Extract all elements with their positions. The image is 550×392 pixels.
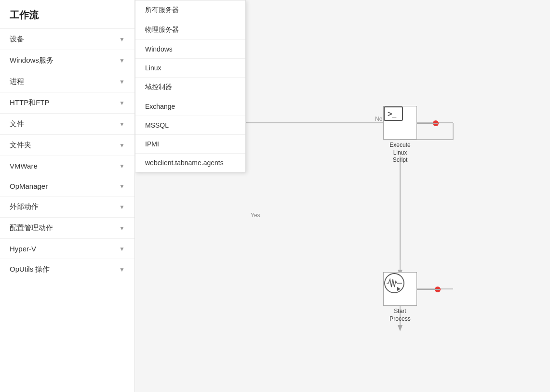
chevron-down-icon: ▼ — [119, 100, 125, 106]
chevron-down-icon: ▼ — [119, 163, 125, 170]
sidebar-item-label: 文件 — [10, 119, 24, 129]
dropdown-item-exchange[interactable]: Exchange — [135, 97, 245, 116]
chevron-down-icon: ▼ — [119, 57, 125, 64]
chevron-down-icon: ▼ — [119, 266, 125, 273]
sidebar-item-config-actions[interactable]: 配置管理动作 ▼ — [0, 218, 134, 239]
execute-connector-line — [417, 123, 438, 124]
sidebar: 工作流 设备 ▼ Windows服务 ▼ 进程 ▼ HTTP和FTP ▼ 文件 … — [0, 0, 135, 392]
svg-marker-14 — [397, 287, 401, 291]
sidebar-item-label: 文件夹 — [10, 141, 31, 150]
chevron-down-icon: ▼ — [119, 246, 125, 252]
sidebar-item-label: Hyper-V — [10, 245, 36, 253]
chevron-down-icon: ▼ — [119, 204, 125, 210]
sidebar-item-http-ftp[interactable]: HTTP和FTP ▼ — [0, 92, 134, 114]
sidebar-item-folders[interactable]: 文件夹 ▼ — [0, 135, 134, 156]
dropdown-menu[interactable]: 所有服务器 物理服务器 Windows Linux 域控制器 Exchange … — [135, 0, 246, 172]
workflow-canvas: No Yes >_ Execute Linux Script — [246, 0, 550, 392]
svg-marker-9 — [398, 325, 402, 331]
svg-text:>_: >_ — [388, 110, 397, 118]
sidebar-item-label: Windows服务 — [10, 56, 54, 65]
chevron-down-icon: ▼ — [119, 225, 125, 232]
process-icon — [384, 273, 416, 305]
sidebar-item-label: 外部动作 — [10, 202, 39, 211]
sidebar-item-files[interactable]: 文件 ▼ — [0, 114, 134, 135]
execute-linux-script-node[interactable]: >_ Execute Linux Script — [383, 106, 417, 164]
dropdown-item-domain-controller[interactable]: 域控制器 — [135, 78, 245, 97]
app-title: 工作流 — [0, 0, 134, 29]
execute-node-label: Execute Linux Script — [389, 142, 410, 164]
chevron-down-icon: ▼ — [119, 36, 125, 43]
chevron-down-icon: ▼ — [119, 78, 125, 85]
dropdown-item-agents[interactable]: webclient.tabname.agents — [135, 154, 245, 172]
main-canvas: 所有服务器 物理服务器 Windows Linux 域控制器 Exchange … — [135, 0, 550, 392]
sidebar-item-hyper-v[interactable]: Hyper-V ▼ — [0, 239, 134, 259]
sidebar-item-label: 配置管理动作 — [10, 223, 53, 233]
start-connector-line — [417, 289, 440, 290]
dropdown-item-ipmi[interactable]: IPMI — [135, 135, 245, 154]
sidebar-item-oputils[interactable]: OpUtils 操作 ▼ — [0, 259, 134, 280]
dropdown-item-mssql[interactable]: MSSQL — [135, 116, 245, 135]
sidebar-item-windows-services[interactable]: Windows服务 ▼ — [0, 50, 134, 71]
sidebar-item-label: VMWare — [10, 162, 38, 170]
sidebar-item-label: OpUtils 操作 — [10, 265, 50, 274]
dropdown-item-all-servers[interactable]: 所有服务器 — [135, 0, 245, 20]
no-label: No — [375, 116, 382, 122]
dropdown-item-linux[interactable]: Linux — [135, 59, 245, 78]
chevron-down-icon: ▼ — [119, 183, 125, 190]
sidebar-item-external-actions[interactable]: 外部动作 ▼ — [0, 196, 134, 218]
chevron-down-icon: ▼ — [119, 142, 125, 149]
sidebar-item-opmanager[interactable]: OpManager ▼ — [0, 176, 134, 196]
start-process-node[interactable]: Start Process — [383, 272, 417, 323]
sidebar-item-label: HTTP和FTP — [10, 98, 50, 107]
svg-rect-11 — [384, 107, 402, 120]
dropdown-item-physical-servers[interactable]: 物理服务器 — [135, 20, 245, 40]
yes-label: Yes — [251, 212, 260, 219]
svg-point-13 — [385, 274, 404, 293]
sidebar-item-process[interactable]: 进程 ▼ — [0, 71, 134, 92]
connector-lines — [246, 0, 550, 392]
terminal-icon: >_ — [384, 106, 416, 139]
start-process-label: Start Process — [389, 308, 410, 323]
sidebar-item-label: OpManager — [10, 182, 48, 190]
sidebar-item-label: 设备 — [10, 35, 24, 44]
sidebar-item-label: 进程 — [10, 77, 24, 86]
sidebar-item-devices[interactable]: 设备 ▼ — [0, 29, 134, 50]
sidebar-item-vmware[interactable]: VMWare ▼ — [0, 156, 134, 176]
chevron-down-icon: ▼ — [119, 121, 125, 128]
dropdown-item-windows[interactable]: Windows — [135, 40, 245, 59]
